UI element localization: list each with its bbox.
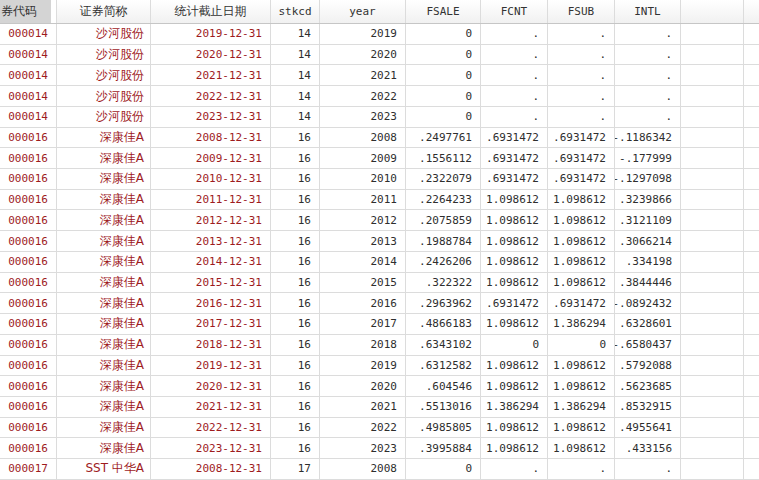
cell-fsale[interactable]: .2426206: [406, 252, 481, 272]
cell-stat-end-date[interactable]: 2009-12-31: [151, 148, 271, 168]
cell-security-code[interactable]: 000014: [0, 24, 57, 44]
cell-stkcd[interactable]: 14: [271, 107, 320, 127]
cell-blank[interactable]: [681, 231, 744, 251]
cell-fsale[interactable]: .6312582: [406, 356, 481, 376]
cell-year[interactable]: 2021: [320, 65, 406, 85]
cell-intl[interactable]: .5792088: [615, 356, 681, 376]
column-header-blank[interactable]: [681, 0, 744, 23]
cell-fsub[interactable]: .: [548, 24, 615, 44]
cell-blank[interactable]: [744, 148, 759, 168]
cell-security-name[interactable]: 深康佳A: [57, 273, 151, 293]
cell-blank[interactable]: [681, 273, 744, 293]
cell-blank[interactable]: [744, 210, 759, 230]
cell-security-code[interactable]: 000016: [0, 231, 57, 251]
cell-intl[interactable]: .6328601: [615, 314, 681, 334]
cell-blank[interactable]: [744, 273, 759, 293]
cell-fsub[interactable]: 1.098612: [548, 376, 615, 396]
cell-stat-end-date[interactable]: 2010-12-31: [151, 169, 271, 189]
cell-intl[interactable]: .3121109: [615, 210, 681, 230]
cell-fcnt[interactable]: .: [481, 24, 548, 44]
cell-fsub[interactable]: .: [548, 459, 615, 479]
column-header-fcnt[interactable]: FCNT: [481, 0, 548, 23]
cell-stkcd[interactable]: 16: [271, 356, 320, 376]
cell-fsale[interactable]: .2963962: [406, 293, 481, 313]
cell-security-name[interactable]: 深康佳A: [57, 169, 151, 189]
cell-stkcd[interactable]: 14: [271, 65, 320, 85]
cell-stkcd[interactable]: 16: [271, 335, 320, 355]
cell-year[interactable]: 2009: [320, 148, 406, 168]
cell-fsale[interactable]: .4985805: [406, 418, 481, 438]
cell-stat-end-date[interactable]: 2008-12-31: [151, 128, 271, 148]
cell-blank[interactable]: [681, 314, 744, 334]
cell-fcnt[interactable]: .: [481, 459, 548, 479]
cell-blank[interactable]: [744, 128, 759, 148]
cell-security-name[interactable]: 沙河股份: [57, 24, 151, 44]
cell-year[interactable]: 2022: [320, 86, 406, 106]
cell-fsale[interactable]: 0: [406, 65, 481, 85]
cell-blank[interactable]: [681, 148, 744, 168]
cell-fsale[interactable]: .2322079: [406, 169, 481, 189]
cell-year[interactable]: 2008: [320, 128, 406, 148]
cell-stat-end-date[interactable]: 2017-12-31: [151, 314, 271, 334]
cell-security-name[interactable]: 深康佳A: [57, 397, 151, 417]
cell-stat-end-date[interactable]: 2013-12-31: [151, 231, 271, 251]
cell-fcnt[interactable]: 1.098612: [481, 231, 548, 251]
cell-fsale[interactable]: .2497761: [406, 128, 481, 148]
cell-blank[interactable]: [744, 418, 759, 438]
cell-stkcd[interactable]: 16: [271, 210, 320, 230]
cell-stat-end-date[interactable]: 2011-12-31: [151, 190, 271, 210]
cell-intl[interactable]: .3844446: [615, 273, 681, 293]
cell-blank[interactable]: [681, 190, 744, 210]
cell-fsub[interactable]: 1.098612: [548, 438, 615, 458]
cell-security-code[interactable]: 000016: [0, 148, 57, 168]
cell-fsub[interactable]: 1.386294: [548, 314, 615, 334]
cell-stkcd[interactable]: 16: [271, 190, 320, 210]
column-header-year[interactable]: year: [320, 0, 406, 23]
cell-security-code[interactable]: 000014: [0, 65, 57, 85]
cell-stat-end-date[interactable]: 2014-12-31: [151, 252, 271, 272]
cell-fsub[interactable]: .6931472: [548, 148, 615, 168]
cell-fsub[interactable]: 1.386294: [548, 397, 615, 417]
cell-intl[interactable]: .433156: [615, 438, 681, 458]
cell-fsale[interactable]: .2075859: [406, 210, 481, 230]
cell-stkcd[interactable]: 16: [271, 169, 320, 189]
cell-security-code[interactable]: 000014: [0, 107, 57, 127]
cell-security-name[interactable]: 深康佳A: [57, 418, 151, 438]
cell-security-code[interactable]: 000017: [0, 459, 57, 479]
cell-fcnt[interactable]: .: [481, 86, 548, 106]
cell-stkcd[interactable]: 16: [271, 438, 320, 458]
cell-security-name[interactable]: 沙河股份: [57, 86, 151, 106]
cell-stat-end-date[interactable]: 2023-12-31: [151, 438, 271, 458]
cell-intl[interactable]: .3066214: [615, 231, 681, 251]
cell-intl[interactable]: .5623685: [615, 376, 681, 396]
cell-security-name[interactable]: 深康佳A: [57, 335, 151, 355]
cell-intl[interactable]: .: [615, 107, 681, 127]
cell-intl[interactable]: .: [615, 24, 681, 44]
cell-stkcd[interactable]: 16: [271, 314, 320, 334]
cell-fsub[interactable]: 0: [548, 335, 615, 355]
cell-year[interactable]: 2015: [320, 273, 406, 293]
cell-fcnt[interactable]: 1.098612: [481, 190, 548, 210]
cell-year[interactable]: 2013: [320, 231, 406, 251]
cell-stkcd[interactable]: 16: [271, 418, 320, 438]
cell-intl[interactable]: .: [615, 459, 681, 479]
cell-fcnt[interactable]: 1.098612: [481, 418, 548, 438]
cell-security-name[interactable]: 深康佳A: [57, 314, 151, 334]
cell-blank[interactable]: [681, 45, 744, 65]
cell-fcnt[interactable]: .: [481, 45, 548, 65]
cell-fsale[interactable]: .5513016: [406, 397, 481, 417]
cell-fsub[interactable]: .: [548, 107, 615, 127]
cell-year[interactable]: 2012: [320, 210, 406, 230]
column-header-fsub[interactable]: FSUB: [548, 0, 615, 23]
cell-year[interactable]: 2018: [320, 335, 406, 355]
cell-security-code[interactable]: 000016: [0, 376, 57, 396]
cell-fcnt[interactable]: .: [481, 65, 548, 85]
cell-stkcd[interactable]: 16: [271, 273, 320, 293]
cell-blank[interactable]: [744, 335, 759, 355]
cell-year[interactable]: 2022: [320, 418, 406, 438]
cell-stkcd[interactable]: 14: [271, 24, 320, 44]
cell-fcnt[interactable]: 1.098612: [481, 438, 548, 458]
cell-fsale[interactable]: .1556112: [406, 148, 481, 168]
cell-blank[interactable]: [744, 397, 759, 417]
cell-security-name[interactable]: SST 中华A: [57, 459, 151, 479]
